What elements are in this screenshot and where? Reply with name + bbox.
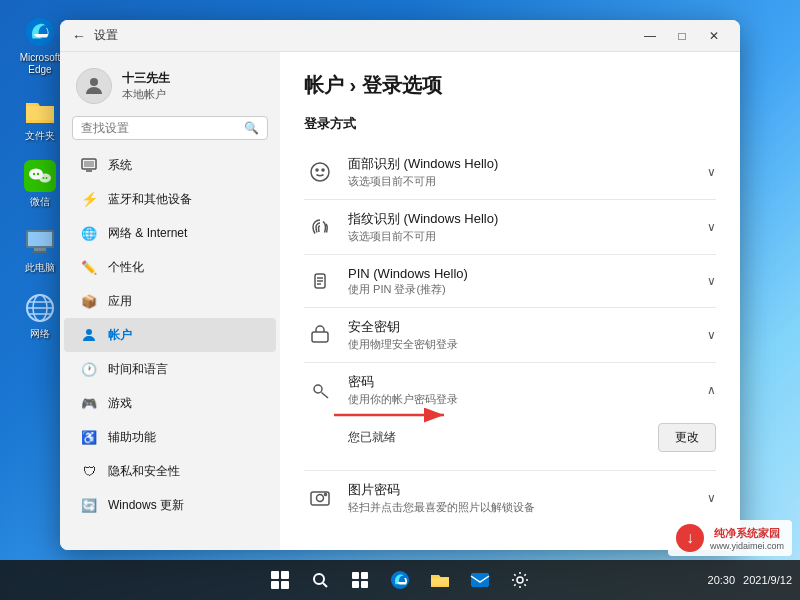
option-face-header[interactable]: 面部识别 (Windows Hello) 该选项目前不可用 ∨ <box>304 145 716 199</box>
window-body: 十三先生 本地帐户 🔍 <box>60 52 740 550</box>
svg-point-5 <box>39 174 51 183</box>
option-photo-header[interactable]: 图片密码 轻扫并点击您最喜爱的照片以解锁设备 ∨ <box>304 471 716 525</box>
sidebar-item-update[interactable]: 🔄 Windows 更新 <box>64 488 276 522</box>
network-label: 网络 & Internet <box>108 225 187 242</box>
svg-line-31 <box>322 393 329 399</box>
personalize-icon: ✏️ <box>80 258 98 276</box>
network-label: 网络 <box>30 328 50 340</box>
sidebar-item-time[interactable]: 🕐 时间和语言 <box>64 352 276 386</box>
svg-rect-11 <box>32 251 48 253</box>
taskbar-date: 2021/9/12 <box>743 574 792 586</box>
taskbar-taskview[interactable] <box>342 562 378 598</box>
wechat-icon <box>22 158 58 194</box>
sidebar-item-apps[interactable]: 📦 应用 <box>64 284 276 318</box>
security-key-icon <box>304 319 336 351</box>
password-icon <box>304 374 336 406</box>
edge-icon <box>22 14 58 50</box>
security-key-chevron: ∨ <box>707 328 716 342</box>
search-box[interactable]: 🔍 <box>72 116 268 140</box>
taskbar-settings[interactable] <box>502 562 538 598</box>
svg-point-22 <box>311 163 329 181</box>
photo-name: 图片密码 <box>348 481 699 499</box>
photo-icon <box>304 482 336 514</box>
svg-point-30 <box>314 385 322 393</box>
taskbar-edge[interactable] <box>382 562 418 598</box>
back-button[interactable]: ← <box>72 28 86 44</box>
taskbar-mail[interactable] <box>462 562 498 598</box>
pin-text: PIN (Windows Hello) 使用 PIN 登录(推荐) <box>348 266 699 297</box>
watermark-line1: 纯净系统家园 <box>710 526 784 541</box>
sidebar-item-network[interactable]: 🌐 网络 & Internet <box>64 216 276 250</box>
start-button[interactable] <box>262 562 298 598</box>
privacy-label: 隐私和安全性 <box>108 463 180 480</box>
account-icon <box>80 326 98 344</box>
svg-rect-9 <box>28 232 52 246</box>
user-name: 十三先生 <box>122 70 170 87</box>
pin-chevron: ∨ <box>707 274 716 288</box>
fingerprint-icon <box>304 211 336 243</box>
games-label: 游戏 <box>108 395 132 412</box>
password-expanded: 您已就绪 更改 <box>304 417 716 470</box>
option-security-key-header[interactable]: 安全密钥 使用物理安全密钥登录 ∨ <box>304 308 716 362</box>
page-title: 帐户 › 登录选项 <box>304 72 716 99</box>
time-icon: 🕐 <box>80 360 98 378</box>
svg-rect-48 <box>471 573 489 587</box>
security-key-desc: 使用物理安全密钥登录 <box>348 337 699 352</box>
svg-rect-45 <box>352 581 359 588</box>
user-profile: 十三先生 本地帐户 <box>60 60 280 116</box>
section-title: 登录方式 <box>304 115 716 133</box>
option-photo: 图片密码 轻扫并点击您最喜爱的照片以解锁设备 ∨ <box>304 471 716 525</box>
sidebar-item-bluetooth[interactable]: ⚡ 蓝牙和其他设备 <box>64 182 276 216</box>
password-text: 密码 使用你的帐户密码登录 <box>348 373 699 407</box>
taskbar-explorer[interactable] <box>422 562 458 598</box>
maximize-button[interactable]: □ <box>668 26 696 46</box>
title-bar: ← 设置 — □ ✕ <box>60 20 740 52</box>
search-icon: 🔍 <box>244 121 259 135</box>
finger-desc: 该选项目前不可用 <box>348 229 699 244</box>
svg-point-17 <box>90 78 98 86</box>
minimize-button[interactable]: — <box>636 26 664 46</box>
folder-icon <box>22 92 58 128</box>
settings-window: ← 设置 — □ ✕ <box>60 20 740 550</box>
photo-chevron: ∨ <box>707 491 716 505</box>
svg-point-41 <box>314 574 324 584</box>
sidebar-item-accessibility[interactable]: ♿ 辅助功能 <box>64 420 276 454</box>
option-security-key: 安全密钥 使用物理安全密钥登录 ∨ <box>304 308 716 363</box>
close-button[interactable]: ✕ <box>700 26 728 46</box>
svg-line-42 <box>323 583 327 587</box>
desktop: Microsoft Edge 文件夹 <box>0 0 800 600</box>
search-input[interactable] <box>81 121 238 135</box>
option-pin: PIN (Windows Hello) 使用 PIN 登录(推荐) ∨ <box>304 255 716 308</box>
svg-rect-44 <box>361 572 368 579</box>
sidebar-item-personalize[interactable]: ✏️ 个性化 <box>64 250 276 284</box>
finger-name: 指纹识别 (Windows Hello) <box>348 210 699 228</box>
sidebar-item-system[interactable]: 系统 <box>64 148 276 182</box>
account-label: 帐户 <box>108 327 132 344</box>
svg-rect-46 <box>361 581 368 588</box>
photo-text: 图片密码 轻扫并点击您最喜爱的照片以解锁设备 <box>348 481 699 515</box>
taskbar: 20:30 2021/9/12 <box>0 560 800 600</box>
sidebar-item-account[interactable]: 帐户 <box>64 318 276 352</box>
taskbar-time: 20:30 <box>708 574 736 586</box>
svg-point-21 <box>86 329 92 335</box>
window-title: 设置 <box>94 27 636 44</box>
option-password-header[interactable]: 密码 使用你的帐户密码登录 ∧ <box>304 363 716 417</box>
sidebar-item-privacy[interactable]: 🛡 隐私和安全性 <box>64 454 276 488</box>
face-name: 面部识别 (Windows Hello) <box>348 155 699 173</box>
user-info: 十三先生 本地帐户 <box>122 70 170 102</box>
sidebar-item-games[interactable]: 🎮 游戏 <box>64 386 276 420</box>
update-icon: 🔄 <box>80 496 98 514</box>
change-password-button[interactable]: 更改 <box>658 423 716 452</box>
option-face: 面部识别 (Windows Hello) 该选项目前不可用 ∨ <box>304 145 716 200</box>
bluetooth-label: 蓝牙和其他设备 <box>108 191 192 208</box>
face-chevron: ∨ <box>707 165 716 179</box>
password-row: 您已就绪 更改 <box>348 417 716 458</box>
option-finger-header[interactable]: 指纹识别 (Windows Hello) 该选项目前不可用 ∨ <box>304 200 716 254</box>
svg-rect-29 <box>312 332 328 342</box>
svg-point-4 <box>37 173 39 175</box>
taskbar-center <box>262 562 538 598</box>
svg-rect-39 <box>271 581 279 589</box>
svg-point-7 <box>46 177 48 179</box>
option-pin-header[interactable]: PIN (Windows Hello) 使用 PIN 登录(推荐) ∨ <box>304 255 716 307</box>
taskbar-search[interactable] <box>302 562 338 598</box>
